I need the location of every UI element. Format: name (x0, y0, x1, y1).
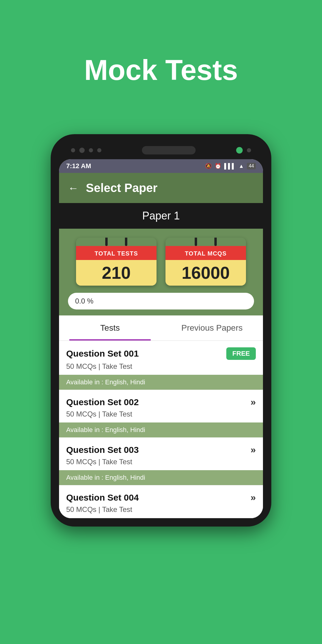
question-set-003-sub: 50 MCQs | Take Test (59, 458, 263, 470)
paper-header: Paper 1 (59, 203, 263, 229)
alarm-icon: ⏰ (215, 163, 221, 169)
question-set-004-title: Question Set 004 (66, 493, 139, 503)
total-mcqs-card: TOTAL MCQS 16000 (165, 238, 246, 286)
question-set-002-top: Question Set 002 » (59, 390, 263, 410)
phone-top-decoration (59, 146, 263, 154)
progress-text: 0.0 % (75, 297, 93, 305)
question-set-003-lang: Available in : English, Hindi (59, 470, 263, 485)
question-set-002-title: Question Set 002 (66, 397, 139, 407)
question-sets-list: Question Set 001 FREE 50 MCQs | Take Tes… (59, 341, 263, 518)
tabs: Tests Previous Papers (59, 315, 263, 341)
pin-3 (195, 238, 197, 246)
phone-screen: 7:12 AM 🔕 ⏰ ▌▌▌ ▲ 44 ← Select Paper Pape… (59, 159, 263, 518)
wifi-icon: ▲ (239, 163, 244, 169)
pin-1 (105, 238, 108, 246)
tab-previous-papers[interactable]: Previous Papers (161, 315, 263, 340)
pin-2 (125, 238, 127, 246)
phone-notch (142, 146, 196, 154)
dot-2 (79, 148, 85, 153)
total-mcqs-value: 16000 (168, 264, 243, 281)
status-bar: 7:12 AM 🔕 ⏰ ▌▌▌ ▲ 44 (59, 159, 263, 173)
question-set-item-004[interactable]: Question Set 004 » 50 MCQs | Take Test (59, 485, 263, 518)
battery-badge: 44 (247, 163, 256, 169)
signal-icon: ▌▌▌ (224, 163, 236, 169)
question-set-item-002[interactable]: Question Set 002 » 50 MCQs | Take Test A… (59, 390, 263, 438)
question-set-001-title: Question Set 001 (66, 349, 139, 359)
total-mcqs-label: TOTAL MCQS (168, 250, 243, 257)
phone-dots-left (71, 148, 101, 153)
status-icons: 🔕 ⏰ ▌▌▌ ▲ 44 (205, 163, 256, 169)
chevron-right-002: » (250, 397, 256, 408)
stats-section: TOTAL TESTS 210 TOTAL MCQS (59, 229, 263, 293)
question-set-004-sub: 50 MCQs | Take Test (59, 505, 263, 518)
question-set-002-sub: 50 MCQs | Take Test (59, 410, 263, 422)
total-tests-label: TOTAL TESTS (79, 250, 154, 257)
progress-section: 0.0 % (59, 293, 263, 315)
calendar-top-tests: TOTAL TESTS (76, 246, 157, 260)
calendar-bottom-tests: 210 (76, 260, 157, 286)
chevron-right-003: » (250, 444, 256, 455)
calendar-pins-tests (76, 238, 157, 246)
phone-dots-right (236, 147, 251, 154)
dot-green (236, 147, 243, 154)
calendar-top-mcqs: TOTAL MCQS (165, 246, 246, 260)
pin-4 (214, 238, 217, 246)
page-title: Mock Tests (84, 54, 238, 86)
dot-5 (247, 148, 251, 152)
free-badge-001: FREE (226, 347, 256, 360)
total-tests-value: 210 (79, 264, 154, 281)
question-set-001-top: Question Set 001 FREE (59, 341, 263, 362)
question-set-item-003[interactable]: Question Set 003 » 50 MCQs | Take Test A… (59, 438, 263, 485)
back-button[interactable]: ← (68, 182, 79, 194)
question-set-001-sub: 50 MCQs | Take Test (59, 362, 263, 375)
app-header-title: Select Paper (86, 181, 157, 195)
status-time: 7:12 AM (66, 162, 91, 170)
background: Mock Tests 7:12 AM 🔕 ⏰ (0, 0, 322, 644)
question-set-002-lang: Available in : English, Hindi (59, 422, 263, 437)
tab-tests[interactable]: Tests (59, 315, 161, 340)
phone-frame: 7:12 AM 🔕 ⏰ ▌▌▌ ▲ 44 ← Select Paper Pape… (51, 134, 271, 527)
question-set-001-lang: Available in : English, Hindi (59, 375, 263, 390)
bell-icon: 🔕 (205, 163, 212, 169)
app-header: ← Select Paper (59, 173, 263, 203)
dot-4 (97, 148, 101, 152)
calendar-bottom-mcqs: 16000 (165, 260, 246, 286)
question-set-003-title: Question Set 003 (66, 445, 139, 455)
dot-3 (89, 148, 93, 152)
calendar-pins-mcqs (165, 238, 246, 246)
question-set-003-top: Question Set 003 » (59, 438, 263, 458)
dot-1 (71, 148, 75, 152)
progress-bar-container: 0.0 % (68, 293, 254, 309)
chevron-right-004: » (250, 492, 256, 503)
question-set-004-top: Question Set 004 » (59, 485, 263, 505)
paper-title: Paper 1 (142, 210, 180, 222)
question-set-item-001[interactable]: Question Set 001 FREE 50 MCQs | Take Tes… (59, 341, 263, 390)
total-tests-card: TOTAL TESTS 210 (76, 238, 157, 286)
